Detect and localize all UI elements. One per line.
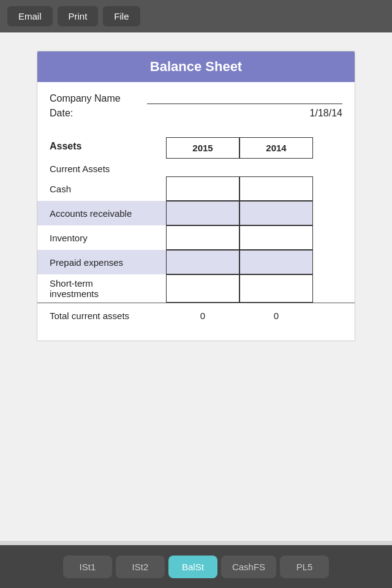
file-button[interactable]: File (103, 6, 140, 26)
ar-cell-2014[interactable] (239, 201, 313, 225)
prepaid-cell-2014[interactable] (239, 250, 313, 274)
email-button[interactable]: Email (7, 6, 53, 26)
prepaid-cell-2015[interactable] (166, 250, 239, 274)
balance-sheet-table: Assets 2015 2014 Current Assets Cash Acc… (37, 125, 355, 328)
table-row: Inventory (37, 225, 355, 250)
date-value: 1/18/14 (147, 108, 342, 119)
assets-label: Assets (37, 137, 166, 159)
date-label: Date: (50, 108, 147, 119)
sti-cell-2014[interactable] (239, 274, 313, 303)
prepaid-expenses-label: Prepaid expenses (37, 250, 166, 274)
short-term-investments-label: Short-term investments (37, 274, 166, 303)
col1-header: 2015 (166, 137, 239, 159)
inventory-cell-2014[interactable] (239, 225, 313, 250)
toolbar: Email Print File (0, 0, 392, 32)
current-assets-label: Current Assets (37, 159, 355, 176)
main-content: Balance Sheet Company Name Date: 1/18/14… (0, 32, 392, 541)
ar-cell-2015[interactable] (166, 201, 239, 225)
balance-sheet-card: Balance Sheet Company Name Date: 1/18/14… (37, 51, 355, 341)
inventory-label: Inventory (37, 225, 166, 250)
tab-bar: ISt1 ISt2 BalSt CashFS PL5 (0, 545, 392, 588)
date-row: Date: 1/18/14 (50, 108, 342, 119)
total-label: Total current assets (37, 308, 166, 323)
company-name-line (147, 92, 342, 104)
total-val1: 0 (166, 311, 239, 321)
tab-pl5[interactable]: PL5 (280, 556, 329, 578)
table-row: Short-term investments (37, 274, 355, 303)
cash-label: Cash (37, 176, 166, 201)
assets-header-row: Assets 2015 2014 (37, 137, 355, 159)
tab-balst[interactable]: BalSt (168, 556, 217, 578)
company-name-label: Company Name (50, 93, 147, 104)
total-current-assets-row: Total current assets 0 0 (37, 303, 355, 328)
print-button[interactable]: Print (58, 6, 99, 26)
cash-cell-2015[interactable] (166, 176, 239, 201)
tab-cashfs[interactable]: CashFS (221, 556, 276, 578)
accounts-receivable-label: Accounts receivable (37, 201, 166, 225)
inventory-cell-2015[interactable] (166, 225, 239, 250)
cash-cell-2014[interactable] (239, 176, 313, 201)
col2-header: 2014 (239, 137, 313, 159)
total-val2: 0 (239, 311, 313, 321)
table-row: Prepaid expenses (37, 250, 355, 274)
sti-cell-2015[interactable] (166, 274, 239, 303)
tab-ist2[interactable]: ISt2 (116, 556, 165, 578)
company-date-section: Company Name Date: 1/18/14 (37, 82, 355, 125)
table-row: Accounts receivable (37, 201, 355, 225)
company-name-row: Company Name (50, 92, 342, 104)
balance-sheet-title: Balance Sheet (37, 51, 355, 82)
tab-ist1[interactable]: ISt1 (63, 556, 112, 578)
table-row: Cash (37, 176, 355, 201)
